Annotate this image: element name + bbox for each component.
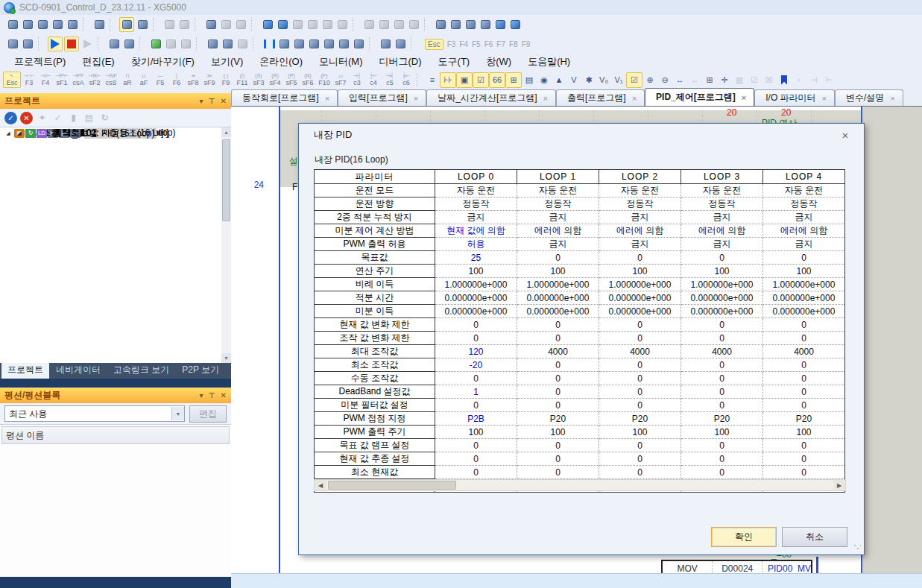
table-horizontal-scrollbar[interactable]: ◀ ▶ (314, 479, 846, 491)
value-cell[interactable]: 금지 (599, 211, 681, 224)
value-cell[interactable]: 100 (435, 265, 517, 278)
import-icon[interactable] (21, 37, 34, 51)
value-cell[interactable]: 0 (763, 318, 845, 332)
tab-close-icon[interactable]: × (632, 94, 637, 103)
compare-icon[interactable]: ▤ (83, 112, 95, 124)
value-cell[interactable]: 허용 (435, 238, 517, 251)
value-cell[interactable]: 0.000000e+000 (517, 305, 599, 318)
value-cell[interactable]: 4000 (681, 345, 763, 358)
fkey-f8[interactable]: F8 (509, 40, 518, 48)
value-cell[interactable]: 100 (435, 426, 517, 439)
connect-icon[interactable] (119, 17, 134, 32)
value-cell[interactable]: 자동 운전 (599, 184, 681, 197)
dialog-title-bar[interactable]: 내장 PID × (299, 124, 864, 146)
check-program-icon[interactable]: ☑ (626, 72, 642, 88)
value-cell[interactable]: 4000 (517, 345, 599, 358)
value-cell[interactable]: 금지 (681, 238, 763, 251)
value-cell[interactable]: P20 (599, 412, 681, 426)
ladder-tool-Esc[interactable]: ↖Esc (3, 72, 21, 88)
value-cell[interactable]: 0 (599, 251, 681, 265)
value-cell[interactable]: 0 (599, 452, 681, 466)
value-cell[interactable]: 0 (763, 358, 845, 372)
value-cell[interactable]: 0.000000e+000 (517, 291, 599, 305)
scroll-down-icon[interactable]: ▼ (221, 353, 231, 363)
value-cell[interactable]: 금지 (763, 211, 845, 224)
value-cell[interactable]: 0 (517, 466, 599, 479)
monitor-resume-icon[interactable] (277, 37, 291, 51)
save-all-icon[interactable] (36, 18, 49, 31)
value-cell[interactable]: 1.000000e+000 (517, 278, 599, 291)
focus-target-icon[interactable]: ◉ (537, 73, 552, 87)
value-cell[interactable]: 0 (763, 466, 845, 479)
cancel-x-icon[interactable]: ✕ (20, 112, 33, 124)
value-cell[interactable]: 0 (599, 372, 681, 385)
at-event-icon[interactable] (449, 18, 462, 31)
undo-icon[interactable] (261, 18, 274, 31)
value-cell[interactable]: 0 (681, 332, 763, 345)
value-cell[interactable]: 0 (435, 439, 517, 452)
menu-H[interactable]: 도움말(H) (520, 54, 578, 70)
tab-close-icon[interactable]: × (325, 94, 329, 103)
comment-view-icon[interactable]: V₁ (611, 73, 626, 87)
resize-grip[interactable] (853, 544, 861, 551)
value-cell[interactable]: P20 (763, 412, 845, 426)
device-view-icon[interactable]: ✱ (581, 73, 596, 87)
value-cell[interactable]: 0 (763, 332, 845, 345)
value-cell[interactable]: 현재 값에 의함 (435, 224, 517, 238)
value-cell[interactable]: 100 (763, 265, 845, 278)
value-cell[interactable]: 4000 (763, 345, 845, 358)
mov-instruction-box[interactable]: MOV D00024 _PID00_MV (661, 560, 812, 574)
ladder-tool-c4[interactable]: ├⊢c4 (365, 72, 382, 87)
value-cell[interactable]: 금지 (681, 211, 763, 224)
ladder-tool-F9[interactable]: ( )F9 (218, 72, 234, 87)
value-cell[interactable]: 0 (763, 385, 845, 399)
value-cell[interactable]: 0.000000e+000 (763, 305, 845, 318)
write-plc-icon[interactable] (337, 37, 350, 51)
ladder-tool-c6[interactable]: ╞⊢c6 (398, 72, 414, 87)
ladder-tool-sF7[interactable]: ▭sF7 (332, 72, 349, 87)
fault-mask-icon[interactable] (464, 18, 477, 31)
tab-변수/설명[interactable]: 변수/설명× (835, 89, 903, 106)
watch-window-icon[interactable]: 66 (489, 72, 505, 88)
value-cell[interactable]: 1 (435, 385, 517, 399)
value-cell[interactable]: 금지 (517, 238, 599, 251)
refresh-icon[interactable] (236, 37, 249, 51)
panel-close-icon[interactable]: ✕ (221, 97, 227, 105)
zoom-in-icon[interactable]: ⊕ (642, 73, 657, 87)
custom-event-icon[interactable] (377, 18, 391, 31)
monitor-start-icon[interactable] (352, 37, 365, 51)
memory-window-icon[interactable]: ▤ (522, 73, 537, 87)
value-cell[interactable]: 0 (681, 452, 763, 466)
link-enable-icon[interactable] (206, 37, 219, 51)
value-cell[interactable]: 0.000000e+000 (599, 305, 681, 318)
change-screen-icon[interactable] (6, 37, 19, 51)
panel-close-icon[interactable]: ✕ (221, 391, 227, 399)
new-project-icon[interactable] (6, 18, 19, 31)
lock-icon[interactable]: ▮ (67, 112, 80, 124)
value-cell[interactable]: 0 (517, 372, 599, 385)
ladder-tool-sF4[interactable]: (R)sF4 (267, 72, 283, 87)
value-cell[interactable]: 0 (435, 332, 517, 345)
tab-PID_제어[프로그램][interactable]: PID_제어[프로그램]× (645, 88, 754, 106)
value-cell[interactable]: 0 (435, 372, 517, 385)
run-mode-icon[interactable] (48, 37, 63, 51)
help-icon[interactable] (204, 18, 218, 31)
menu-E[interactable]: 편집(E) (74, 54, 122, 70)
cascade-windows-icon[interactable]: ⊞ (702, 73, 717, 87)
value-cell[interactable]: 0 (681, 399, 763, 412)
value-cell[interactable]: 정동작 (599, 197, 681, 211)
message-window-icon[interactable]: ☑ (473, 72, 489, 88)
online-edit-write-icon[interactable] (164, 37, 177, 51)
value-cell[interactable]: 100 (681, 426, 763, 439)
value-cell[interactable]: 0 (517, 399, 599, 412)
panel-pin-icon[interactable]: ⊤ (208, 391, 215, 399)
stop-mode-icon[interactable] (64, 37, 79, 51)
ladder-tool-F10[interactable]: {F}F10 (316, 72, 332, 87)
module-grid-icon[interactable] (479, 18, 492, 31)
chevron-down-icon[interactable]: ▼ (171, 407, 184, 420)
monitor-pause-setup-icon[interactable] (292, 37, 306, 51)
verify-icon[interactable]: ✓ (51, 112, 64, 124)
menu-F[interactable]: 찾기/바꾸기(F) (123, 54, 203, 70)
tab-날짜_시간계산[프로그램][interactable]: 날짜_시간계산[프로그램]× (426, 89, 556, 106)
edit-button[interactable]: 편집 (189, 405, 227, 423)
